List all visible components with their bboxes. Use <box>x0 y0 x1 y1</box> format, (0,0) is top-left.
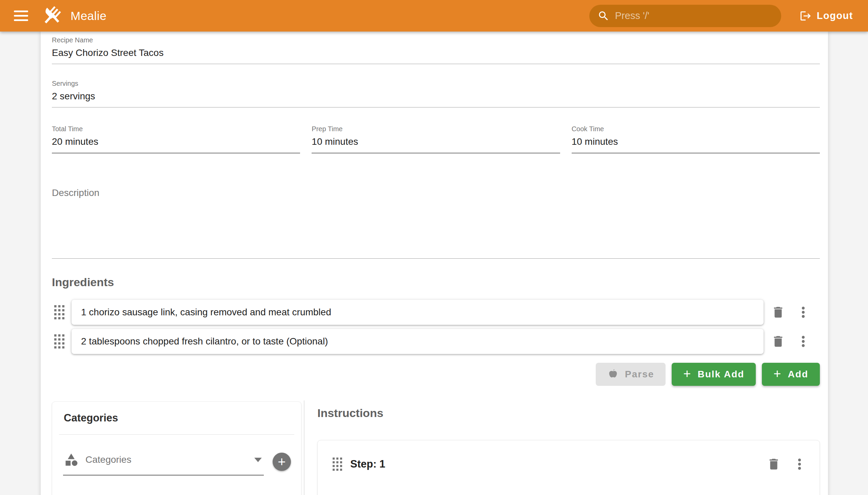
kebab-menu-icon <box>796 305 810 319</box>
plus-icon: + <box>683 367 691 380</box>
description-label: Description <box>52 180 99 198</box>
apple-icon <box>607 369 619 380</box>
description-textarea[interactable]: Description <box>52 180 820 259</box>
servings-label: Servings <box>52 80 820 87</box>
ingredient-card <box>71 329 764 354</box>
cook-time-field: Cook Time <box>572 125 820 154</box>
trash-icon <box>767 457 781 471</box>
app-title: Mealie <box>70 9 106 23</box>
prep-time-input[interactable] <box>311 134 560 153</box>
ingredient-input[interactable] <box>81 336 754 347</box>
hamburger-menu-button[interactable] <box>10 5 32 27</box>
drag-handle-icon[interactable] <box>52 304 67 321</box>
total-time-label: Total Time <box>52 125 300 133</box>
logout-icon <box>800 10 812 22</box>
ingredient-menu-button[interactable] <box>796 334 811 349</box>
cook-time-input[interactable] <box>572 134 820 153</box>
mealie-logo-icon <box>41 5 62 27</box>
logout-button[interactable]: Logout <box>795 6 858 25</box>
parse-label: Parse <box>625 369 654 380</box>
servings-input[interactable] <box>52 89 820 107</box>
step-header: Step: 1 <box>330 455 807 473</box>
cook-time-label: Cook Time <box>572 125 820 133</box>
add-ingredient-button[interactable]: + Add <box>762 363 820 386</box>
add-label: Add <box>788 369 808 380</box>
step-menu-button[interactable] <box>792 456 807 472</box>
delete-ingredient-button[interactable] <box>770 305 786 320</box>
categories-card-title: Categories <box>64 412 294 424</box>
parse-button[interactable]: Parse <box>596 363 666 386</box>
ingredient-row <box>52 300 820 325</box>
ingredient-actions-row: Parse + Bulk Add + Add <box>52 363 820 386</box>
instructions-column: Instructions Step: 1 <box>305 400 820 495</box>
delete-ingredient-button[interactable] <box>770 334 786 349</box>
delete-step-button[interactable] <box>766 456 782 472</box>
ingredients-heading: Ingredients <box>52 276 820 289</box>
total-time-input[interactable] <box>52 134 300 153</box>
instructions-heading: Instructions <box>317 407 820 420</box>
ingredient-input[interactable] <box>81 307 754 318</box>
recipe-editor-sheet: Recipe Name Servings Total Time Prep Tim… <box>41 32 828 495</box>
total-time-field: Total Time <box>52 125 300 154</box>
ingredient-card <box>71 300 764 325</box>
prep-time-label: Prep Time <box>311 125 560 133</box>
ingredient-menu-button[interactable] <box>796 305 811 320</box>
trash-icon <box>771 305 785 319</box>
categories-divider <box>59 434 294 434</box>
search-icon <box>597 10 610 22</box>
step-title: Step: 1 <box>350 458 385 470</box>
chevron-down-icon <box>254 458 262 462</box>
bottom-columns: Categories Categories + <box>52 400 820 495</box>
logout-label: Logout <box>817 10 853 21</box>
shapes-icon <box>64 452 79 467</box>
kebab-menu-icon <box>793 457 806 471</box>
recipe-name-input[interactable] <box>52 46 820 64</box>
categories-card: Categories Categories + <box>52 402 302 495</box>
app-bar: Mealie Logout <box>0 0 868 32</box>
categories-select[interactable]: Categories <box>63 447 264 476</box>
categories-select-row: Categories + <box>63 447 291 476</box>
drag-handle-icon[interactable] <box>52 332 67 350</box>
organizer-column: Categories Categories + <box>52 400 304 495</box>
add-category-button[interactable]: + <box>273 453 291 471</box>
ingredient-row <box>52 329 820 354</box>
categories-select-label: Categories <box>85 454 131 465</box>
bulk-add-label: Bulk Add <box>698 369 745 380</box>
recipe-name-label: Recipe Name <box>52 36 820 44</box>
drag-handle-icon[interactable] <box>330 455 345 473</box>
servings-field: Servings <box>52 80 820 107</box>
instruction-step-card: Step: 1 Combine crumbled chorizo and chi… <box>317 440 820 495</box>
global-search-field[interactable] <box>589 5 781 27</box>
bulk-add-button[interactable]: + Bulk Add <box>672 363 756 386</box>
time-fields-row: Total Time Prep Time Cook Time <box>52 125 820 154</box>
trash-icon <box>771 334 785 348</box>
plus-icon: + <box>278 455 286 468</box>
kebab-menu-icon <box>796 334 810 348</box>
search-input[interactable] <box>615 10 778 21</box>
plus-icon: + <box>773 367 782 380</box>
prep-time-field: Prep Time <box>311 125 560 154</box>
recipe-name-field: Recipe Name <box>52 36 820 64</box>
